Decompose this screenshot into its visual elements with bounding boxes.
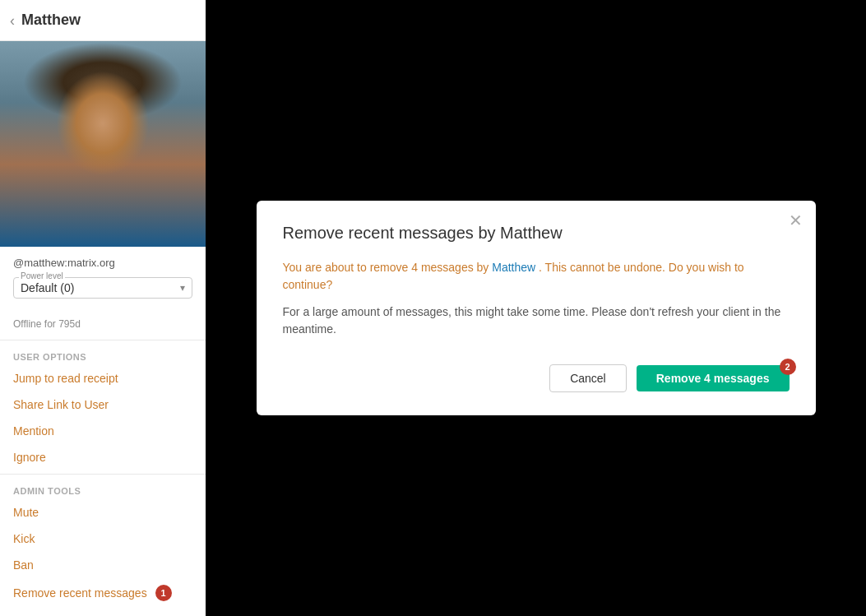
modal-title: Remove recent messages by Matthew: [283, 224, 790, 243]
modal-warning-text: You are about to remove 4 messages by Ma…: [283, 259, 790, 294]
sidebar-item-mention[interactable]: Mention: [0, 418, 206, 444]
remove-recent-messages-badge: 1: [155, 585, 172, 601]
modal-overlay: ✕ Remove recent messages by Matthew You …: [206, 0, 866, 616]
power-level-container[interactable]: Power level Default (0) ▾: [13, 277, 192, 299]
admin-tools-label: ADMIN TOOLS: [0, 478, 206, 499]
power-level-value: Default (0): [21, 281, 74, 294]
user-info: @matthew:matrix.org Power level Default …: [0, 247, 206, 312]
confirmation-modal: ✕ Remove recent messages by Matthew You …: [257, 201, 816, 415]
power-level-select[interactable]: Default (0) ▾: [21, 281, 185, 294]
warning-username: Matthew: [492, 261, 535, 274]
main-area: ✕ Remove recent messages by Matthew You …: [206, 0, 866, 616]
remove-messages-button[interactable]: Remove 4 messages: [637, 365, 790, 391]
sidebar-item-kick[interactable]: Kick: [0, 526, 206, 552]
back-button[interactable]: ‹: [10, 13, 15, 28]
sidebar: ‹ Matthew @matthew:matrix.org Power leve…: [0, 0, 206, 616]
remove-button-badge: 2: [780, 359, 796, 375]
sidebar-header: ‹ Matthew: [0, 0, 206, 41]
modal-actions: Cancel Remove 4 messages 2: [283, 364, 790, 392]
admin-section-divider: [0, 474, 206, 475]
user-photo-image: [0, 41, 206, 247]
user-matrix-id: @matthew:matrix.org: [13, 257, 192, 269]
chevron-down-icon: ▾: [180, 282, 185, 294]
sidebar-item-mute[interactable]: Mute: [0, 499, 206, 526]
remove-button-container: Remove 4 messages 2: [637, 365, 790, 391]
power-level-label: Power level: [19, 271, 65, 280]
modal-info-text: For a large amount of messages, this mig…: [283, 303, 790, 338]
sidebar-item-ignore[interactable]: Ignore: [0, 444, 206, 470]
section-divider: [0, 340, 206, 340]
user-options-label: USER OPTIONS: [0, 344, 206, 365]
sidebar-item-remove-recent-messages[interactable]: Remove recent messages 1: [0, 578, 206, 608]
sidebar-item-jump-to-read-receipt[interactable]: Jump to read receipt: [0, 365, 206, 391]
sidebar-item-share-link-to-user[interactable]: Share Link to User: [0, 391, 206, 418]
warning-prefix: You are about to remove 4 messages by: [283, 261, 489, 274]
user-name-header: Matthew: [21, 12, 81, 29]
user-photo: [0, 41, 206, 247]
cancel-button[interactable]: Cancel: [549, 364, 627, 392]
sidebar-item-ban[interactable]: Ban: [0, 552, 206, 578]
offline-status: Offline for 795d: [0, 312, 206, 336]
modal-close-button[interactable]: ✕: [789, 212, 803, 229]
